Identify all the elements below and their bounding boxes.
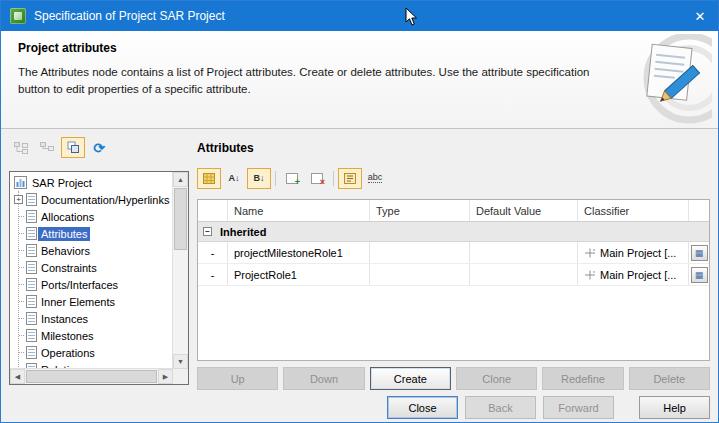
expand-plus-icon[interactable]: + <box>14 195 23 204</box>
tree-item-operations[interactable]: Operations <box>10 344 173 361</box>
tree-item-instances[interactable]: Instances <box>10 310 173 327</box>
tree-item-label: Attributes <box>38 227 90 241</box>
document-icon <box>26 244 37 257</box>
back-button[interactable]: Back <box>465 396 536 419</box>
tree-item-ports-interfaces[interactable]: Ports/Interfaces <box>10 276 173 293</box>
clone-button[interactable]: Clone <box>456 367 537 390</box>
horizontal-scroll-thumb[interactable] <box>26 370 157 383</box>
table-header-row: Name Type Default Value Classifier <box>198 200 709 222</box>
tree-item-label: Operations <box>38 346 98 360</box>
show-inherited-button[interactable] <box>338 168 362 189</box>
panel-title: Attributes <box>197 141 254 155</box>
type-cell[interactable] <box>370 242 470 263</box>
tree-horizontal-scrollbar[interactable]: ◀ ▶ <box>10 368 173 384</box>
sort-az-icon: A↓ <box>229 174 240 183</box>
help-button[interactable]: Help <box>639 396 710 419</box>
add-grid-icon: + <box>286 173 298 184</box>
inherited-filter-icon <box>344 173 356 184</box>
classifier-cell[interactable]: Main Project [... <box>578 264 689 285</box>
sort-by-type-button[interactable]: B↓ <box>247 168 271 189</box>
tree-expand-icon <box>14 142 28 154</box>
refresh-button[interactable]: ⟳ <box>87 137 111 158</box>
show-columns-button[interactable] <box>197 168 221 189</box>
scroll-down-icon[interactable]: ▼ <box>173 354 188 369</box>
part-icon <box>584 269 596 280</box>
tree-item-milestones[interactable]: Milestones <box>10 327 173 344</box>
tree-item-label: Instances <box>38 312 91 326</box>
inherited-group-row[interactable]: − Inherited <box>198 222 709 242</box>
redefine-button[interactable]: Redefine <box>542 367 623 390</box>
collapse-node-button[interactable] <box>35 137 59 158</box>
tree-item-inner-elements[interactable]: Inner Elements <box>10 293 173 310</box>
create-button[interactable]: Create <box>370 367 451 390</box>
table-empty-area <box>198 286 709 360</box>
mouse-cursor <box>405 7 419 27</box>
scroll-right-icon[interactable]: ▶ <box>158 369 173 384</box>
delete-button[interactable]: Delete <box>629 367 710 390</box>
default-value-cell[interactable] <box>470 264 578 285</box>
tree-item-label: Documentation/Hyperlinks <box>38 193 172 207</box>
collapse-minus-icon[interactable]: − <box>203 227 212 236</box>
vertical-scroll-thumb[interactable] <box>174 188 187 250</box>
attributes-toolbar: A↓ B↓ + × abc <box>197 167 387 189</box>
show-structure-button[interactable] <box>61 137 85 158</box>
document-icon <box>26 261 37 274</box>
up-button[interactable]: Up <box>197 367 278 390</box>
page-description: The Attributes node contains a list of P… <box>18 64 618 99</box>
down-button[interactable]: Down <box>283 367 364 390</box>
tree-item-behaviors[interactable]: Behaviors <box>10 242 173 259</box>
tree-vertical-scrollbar[interactable]: ▲ ▼ <box>172 172 188 369</box>
type-cell[interactable] <box>370 264 470 285</box>
close-icon[interactable]: ✕ <box>682 1 718 31</box>
window-title: Specification of Project SAR Project <box>34 9 225 23</box>
tree-item-constraints[interactable]: Constraints <box>10 259 173 276</box>
tree-item-attributes[interactable]: Attributes <box>10 225 173 242</box>
name-cell[interactable]: projectMilestoneRole1 <box>228 242 370 263</box>
classifier-column-header[interactable]: Classifier <box>578 200 689 221</box>
table-row[interactable]: - ProjectRole1 Main Project [... ▦ <box>198 264 709 286</box>
scrollbar-corner <box>173 369 188 384</box>
attributes-table: Name Type Default Value Classifier − Inh… <box>197 199 710 361</box>
classifier-value: Main Project [... <box>600 247 676 259</box>
tree-viewport: SAR Project + Documentation/Hyperlinks A… <box>10 172 173 369</box>
classifier-value: Main Project [... <box>600 269 676 281</box>
toolbar-separator <box>275 171 276 186</box>
name-cell[interactable]: ProjectRole1 <box>228 264 370 285</box>
scroll-left-icon[interactable]: ◀ <box>10 369 25 384</box>
specification-button[interactable]: ▦ <box>691 245 708 261</box>
remove-nested-button[interactable]: × <box>305 168 329 189</box>
icon-column-header[interactable] <box>198 200 228 221</box>
tree-item-label: Behaviors <box>38 244 93 258</box>
default-value-cell[interactable] <box>470 242 578 263</box>
document-icon <box>26 329 37 342</box>
tree-item-label: Ports/Interfaces <box>38 278 121 292</box>
titlebar[interactable]: Specification of Project SAR Project ✕ <box>1 1 718 31</box>
edit-grid-icon: ▦ <box>695 248 704 258</box>
type-column-header[interactable]: Type <box>370 200 470 221</box>
edit-cell-button[interactable]: abc <box>363 168 387 189</box>
tree-item-label: Inner Elements <box>38 295 118 309</box>
tree-item-documentation-hyperlinks[interactable]: + Documentation/Hyperlinks <box>10 191 173 208</box>
tree-item-allocations[interactable]: Allocations <box>10 208 173 225</box>
document-pencil-icon <box>617 34 712 124</box>
document-icon <box>26 210 37 223</box>
tree-item-sar-project[interactable]: SAR Project <box>10 174 173 191</box>
project-icon <box>14 176 27 189</box>
add-nested-button[interactable]: + <box>280 168 304 189</box>
page-title: Project attributes <box>18 41 718 55</box>
default-value-column-header[interactable]: Default Value <box>470 200 578 221</box>
scroll-up-icon[interactable]: ▲ <box>173 172 188 187</box>
forward-button[interactable]: Forward <box>543 396 614 419</box>
header: Project attributes The Attributes node c… <box>1 31 718 129</box>
name-column-header[interactable]: Name <box>228 200 370 221</box>
edit-grid-icon: ▦ <box>695 270 704 280</box>
tree-collapse-icon <box>40 142 54 154</box>
remove-grid-icon: × <box>311 173 323 184</box>
classifier-cell[interactable]: Main Project [... <box>578 242 689 263</box>
specification-button[interactable]: ▦ <box>691 267 708 283</box>
sort-alphabetically-button[interactable]: A↓ <box>222 168 246 189</box>
specification-dialog: Specification of Project SAR Project ✕ P… <box>0 0 719 423</box>
close-button[interactable]: Close <box>387 396 458 419</box>
table-row[interactable]: - projectMilestoneRole1 Main Project [..… <box>198 242 709 264</box>
expand-node-button[interactable] <box>9 137 33 158</box>
